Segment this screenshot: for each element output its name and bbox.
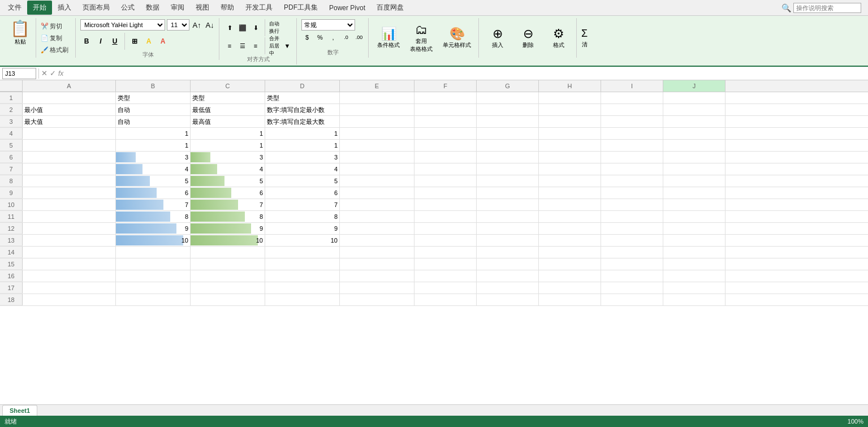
list-item[interactable] <box>340 258 414 270</box>
col-header-B[interactable]: B <box>116 80 191 92</box>
list-item[interactable]: 最小值 <box>23 104 116 115</box>
list-item[interactable] <box>23 282 116 294</box>
list-item[interactable] <box>539 270 601 282</box>
list-item[interactable] <box>414 116 477 127</box>
table-format-button[interactable]: 🗂 套用 表格格式 <box>406 20 437 56</box>
list-item[interactable] <box>340 140 414 151</box>
list-item[interactable]: 自动 <box>116 116 191 127</box>
col-header-E[interactable]: E <box>340 80 414 92</box>
list-item[interactable] <box>191 270 265 282</box>
insert-function-icon[interactable]: fx <box>58 70 63 77</box>
menu-dev[interactable]: 开发工具 <box>240 1 278 15</box>
list-item[interactable] <box>477 116 539 127</box>
list-item[interactable] <box>601 270 663 282</box>
list-item[interactable] <box>23 247 116 258</box>
list-item[interactable] <box>663 116 726 127</box>
list-item[interactable] <box>414 128 477 139</box>
currency-button[interactable]: $ <box>301 32 313 43</box>
col-header-F[interactable]: F <box>414 80 477 92</box>
cut-button[interactable]: ✂️ 剪切 <box>38 21 71 32</box>
row-number[interactable]: 7 <box>0 163 23 175</box>
list-item[interactable] <box>477 163 539 175</box>
list-item[interactable] <box>663 104 726 115</box>
list-item[interactable] <box>414 235 477 246</box>
list-item[interactable] <box>23 294 116 305</box>
list-item[interactable] <box>601 175 663 187</box>
list-item[interactable] <box>663 211 726 222</box>
paste-button[interactable]: 📋 粘贴 <box>8 18 32 47</box>
row-number[interactable]: 17 <box>0 282 23 294</box>
list-item[interactable] <box>601 258 663 270</box>
row-number[interactable]: 14 <box>0 247 23 258</box>
list-item[interactable]: 7 <box>265 199 340 210</box>
list-item[interactable] <box>477 282 539 294</box>
increase-font-button[interactable]: A↑ <box>191 19 202 31</box>
list-item[interactable] <box>23 128 116 139</box>
bold-button[interactable]: B <box>80 36 93 47</box>
clear-button[interactable]: 清 <box>582 41 588 49</box>
list-item[interactable]: 5 <box>191 175 265 187</box>
align-bottom-button[interactable]: ⬇ <box>250 22 261 33</box>
list-item[interactable] <box>340 199 414 210</box>
list-item[interactable]: 类型 <box>116 92 191 103</box>
list-item[interactable] <box>663 199 726 210</box>
list-item[interactable] <box>116 247 191 258</box>
col-header-G[interactable]: G <box>477 80 539 92</box>
list-item[interactable] <box>601 116 663 127</box>
list-item[interactable] <box>340 128 414 139</box>
row-number[interactable]: 10 <box>0 199 23 210</box>
formula-input[interactable] <box>66 68 866 79</box>
col-header-C[interactable]: C <box>191 80 265 92</box>
list-item[interactable] <box>414 104 477 115</box>
border-button[interactable]: ⊞ <box>128 36 141 47</box>
align-middle-button[interactable]: ⬛ <box>237 22 248 33</box>
list-item[interactable]: 数字:填写自定最大数 <box>265 116 340 127</box>
list-item[interactable] <box>340 163 414 175</box>
list-item[interactable] <box>477 235 539 246</box>
list-item[interactable] <box>414 282 477 294</box>
row-number[interactable]: 18 <box>0 294 23 305</box>
format-button[interactable]: ⚙ 格式 <box>545 20 573 56</box>
menu-review[interactable]: 审阅 <box>165 1 190 15</box>
list-item[interactable]: 8 <box>116 211 191 222</box>
menu-page-layout[interactable]: 页面布局 <box>77 1 115 15</box>
list-item[interactable] <box>663 163 726 175</box>
list-item[interactable] <box>539 223 601 234</box>
list-item[interactable] <box>601 163 663 175</box>
list-item[interactable]: 3 <box>191 152 265 163</box>
list-item[interactable] <box>340 104 414 115</box>
fill-color-button[interactable]: A <box>142 36 155 47</box>
list-item[interactable]: 8 <box>265 211 340 222</box>
list-item[interactable] <box>191 258 265 270</box>
list-item[interactable]: 1 <box>191 140 265 151</box>
list-item[interactable] <box>663 247 726 258</box>
list-item[interactable] <box>539 247 601 258</box>
col-header-D[interactable]: D <box>265 80 340 92</box>
conditional-format-button[interactable]: 📊 条件格式 <box>373 20 404 56</box>
list-item[interactable] <box>116 270 191 282</box>
list-item[interactable] <box>601 199 663 210</box>
align-top-button[interactable]: ⬆ <box>224 22 235 33</box>
list-item[interactable]: 10 <box>116 235 191 246</box>
menu-data[interactable]: 数据 <box>140 1 165 15</box>
list-item[interactable] <box>601 152 663 163</box>
list-item[interactable]: 1 <box>191 128 265 139</box>
menu-baidu[interactable]: 百度网盘 <box>371 1 409 15</box>
font-name-select[interactable]: Microsoft YaHei Light <box>80 19 165 31</box>
list-item[interactable] <box>340 175 414 187</box>
list-item[interactable] <box>340 247 414 258</box>
list-item[interactable] <box>23 92 116 103</box>
list-item[interactable]: 最低值 <box>191 104 265 115</box>
insert-button[interactable]: ⊕ 插入 <box>483 20 512 56</box>
list-item[interactable] <box>539 211 601 222</box>
list-item[interactable]: 9 <box>265 223 340 234</box>
underline-button[interactable]: U <box>109 36 121 47</box>
col-header-A[interactable]: A <box>23 80 116 92</box>
menu-insert[interactable]: 插入 <box>52 1 77 15</box>
row-number[interactable]: 16 <box>0 270 23 282</box>
menu-home[interactable]: 开始 <box>27 1 52 15</box>
list-item[interactable] <box>265 294 340 305</box>
list-item[interactable]: 1 <box>265 140 340 151</box>
list-item[interactable] <box>477 92 539 103</box>
list-item[interactable]: 最高值 <box>191 116 265 127</box>
